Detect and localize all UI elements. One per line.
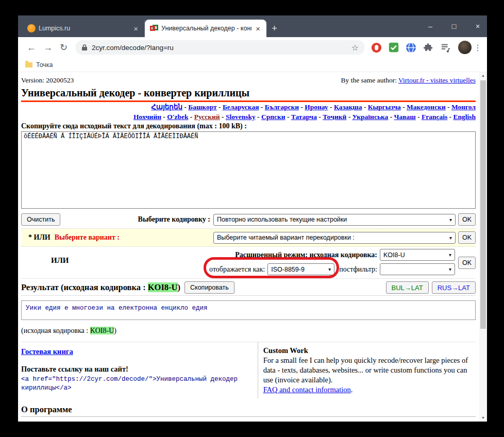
language-link[interactable]: Български	[265, 103, 299, 111]
faq-line: FAQ and contact information.	[263, 385, 353, 394]
language-link[interactable]: Иронау	[305, 103, 328, 111]
language-link[interactable]: Slovensky	[226, 113, 256, 121]
language-link[interactable]: Монгол	[451, 103, 476, 111]
variant-select[interactable]: Выберите читаемый вариант перекодировки …	[213, 232, 456, 244]
extensions-area	[371, 41, 472, 54]
back-icon[interactable]: ←	[27, 42, 36, 53]
result-title: Результат (исходная кодировка : KOI8-U)	[21, 282, 180, 293]
profile-avatar[interactable]	[458, 41, 472, 54]
tab-close-icon[interactable]: ×	[255, 24, 261, 33]
author-link[interactable]: Virtour.fr - visites virtuelles	[398, 76, 476, 84]
left-column: Гостевая книга Поставьте ссылку на наш с…	[21, 342, 258, 398]
encoding-select[interactable]: Повторно использовать текущие настройки …	[213, 214, 456, 226]
new-tab-button[interactable]: +	[272, 23, 277, 34]
playlist-extension-icon[interactable]	[440, 42, 451, 53]
tab-strip: Lumpics.ru × Универсальный декодер - кон…	[18, 15, 487, 37]
red-divider	[21, 100, 476, 102]
chrome-menu-icon[interactable]: ⋮	[474, 43, 482, 53]
address-bar[interactable]: 2cyr.com/decode/?lang=ru ☆	[75, 40, 365, 55]
advanced-label: Расширенный режим: исходная кодировка:	[235, 251, 377, 259]
page-scrollbar[interactable]: ▲ ▼	[479, 72, 487, 422]
language-link[interactable]: Башкорт	[188, 103, 216, 111]
maximize-button[interactable]: □	[450, 22, 458, 30]
language-link[interactable]: Чаваш	[394, 113, 416, 121]
language-link[interactable]: Кыргызча	[368, 103, 401, 111]
postfilter-select[interactable]: ▾	[380, 263, 455, 275]
note-encoding-badge: KOI8-U	[90, 327, 114, 334]
variant-label: Выберите вариант :	[55, 233, 120, 242]
result-output[interactable]: Уики едия е многоези на електронна енцик…	[21, 300, 476, 320]
two-column-section: Гостевая книга Поставьте ссылку на наш с…	[21, 342, 476, 398]
tab-lumpics[interactable]: Lumpics.ru ×	[22, 20, 145, 37]
close-button[interactable]: ×	[474, 22, 482, 30]
minimize-button[interactable]: –	[426, 22, 434, 30]
decoder-favicon-icon	[150, 24, 158, 32]
variant-row: * ИЛИ Выберите вариант : Выберите читаем…	[21, 229, 476, 247]
language-link[interactable]: Македонски	[407, 103, 446, 111]
chevron-down-icon: ▾	[449, 252, 451, 258]
tab-title: Универсальный декодер - конве	[161, 25, 251, 32]
right-column: Custom Work For a small fee I can help y…	[258, 342, 476, 398]
custom-work-text: For a small fee I can help you quickly r…	[263, 356, 476, 385]
language-link[interactable]: Српски	[261, 113, 285, 121]
rus-lat-button[interactable]: RUS→LAT	[432, 281, 476, 294]
or-label-1: * ИЛИ	[28, 233, 51, 242]
chevron-down-icon: ▾	[449, 235, 452, 241]
page-title: Универсальный декодер - конвертер кирилл…	[21, 87, 476, 99]
language-link[interactable]: Հայերեն	[151, 103, 182, 111]
extensions-puzzle-icon[interactable]	[423, 42, 433, 53]
source-text-input[interactable]: õÉËÉÐÅÄÉÑ Å ÍÎÏÇÏÅÚÉÞÎÁ ÅÌÅËÔÒÏÎÎÁ ÅÎÃÉË…	[21, 131, 476, 209]
url-text[interactable]: 2cyr.com/decode/?lang=ru	[92, 44, 351, 52]
about-title: О программе	[21, 405, 476, 415]
tab-close-icon[interactable]: ×	[132, 24, 139, 33]
result-encoding-badge: KOI8-U	[148, 282, 178, 292]
display-as-group: отображается как: ISO-8859-9 ▾	[208, 263, 336, 276]
source-encoding-select[interactable]: KOI8-U ▾	[380, 249, 455, 261]
scrollbar-thumb[interactable]	[480, 80, 486, 329]
encoding-label: Выберите кодировку :	[138, 215, 210, 224]
encoding-ok-button[interactable]: OK	[458, 213, 476, 226]
bookmark-star-icon[interactable]: ☆	[351, 43, 359, 53]
variant-ok-button[interactable]: OK	[458, 231, 476, 244]
language-link[interactable]: Татарча	[291, 113, 317, 121]
language-link[interactable]: Беларуская	[223, 103, 259, 111]
bookmark-folder-label[interactable]: Точка	[36, 61, 53, 69]
link-code-snippet: <a href="https://2cyr.com/decode/">Униве…	[21, 375, 248, 393]
bookmark-folder-icon	[25, 62, 32, 68]
language-link[interactable]: Тоҷикӣ	[323, 113, 346, 121]
window-controls: – □ ×	[426, 15, 482, 37]
result-header-row: Результат (исходная кодировка : KOI8-U) …	[21, 279, 476, 295]
display-as-select[interactable]: ISO-8859-9 ▾	[267, 263, 334, 275]
input-label: Скопируйте сюда исходный текст для декод…	[21, 122, 476, 130]
bul-lat-button[interactable]: BUL→LAT	[386, 281, 429, 294]
language-link[interactable]: Нохчийн	[133, 113, 161, 121]
language-link[interactable]: O'zbek	[167, 113, 188, 121]
adblock-icon[interactable]	[371, 42, 382, 53]
chevron-down-icon: ▾	[328, 266, 331, 272]
faq-link[interactable]: FAQ and contact information	[263, 385, 351, 394]
language-link[interactable]: Қазақша	[334, 103, 362, 111]
forward-icon[interactable]: →	[43, 42, 53, 53]
guestbook-link[interactable]: Гостевая книга	[21, 347, 73, 356]
tab-decoder[interactable]: Универсальный декодер - конве ×	[145, 20, 266, 37]
checkmark-extension-icon[interactable]	[389, 42, 399, 53]
reload-icon[interactable]: ↻	[60, 42, 68, 53]
clear-button[interactable]: Очистить	[21, 213, 60, 226]
browser-window: Lumpics.ru × Универсальный декодер - кон…	[18, 15, 487, 422]
language-link[interactable]: Français	[422, 113, 447, 121]
scroll-up-icon[interactable]: ▲	[479, 72, 487, 79]
copy-button[interactable]: Скопировать	[184, 281, 234, 294]
language-link[interactable]: Русский	[194, 113, 220, 121]
link-us-label: Поставьте ссылку на наш сайт!	[21, 365, 253, 374]
globe-extension-icon[interactable]	[406, 42, 416, 53]
advanced-ok-button[interactable]: OK	[458, 257, 476, 269]
divider	[21, 416, 476, 417]
language-link[interactable]: Українська	[352, 113, 389, 121]
language-link[interactable]: English	[453, 113, 476, 121]
browser-toolbar: ← → ↻ 2cyr.com/decode/?lang=ru ☆	[18, 37, 487, 58]
bookmarks-bar: Точка	[18, 58, 487, 72]
postfilter-label: постфильтр:	[339, 265, 377, 274]
tab-title: Lumpics.ru	[39, 25, 129, 32]
lumpics-favicon-icon	[27, 24, 36, 32]
scroll-down-icon[interactable]: ▼	[479, 414, 487, 422]
